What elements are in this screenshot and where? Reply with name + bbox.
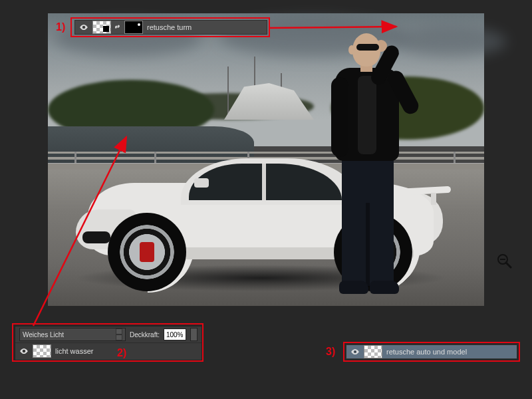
- subject-person: [319, 33, 406, 299]
- svg-line-8: [506, 263, 511, 267]
- zoom-out-icon[interactable]: [496, 253, 512, 269]
- annotation-number-1: 1): [56, 21, 65, 33]
- canvas-preview: [48, 13, 484, 306]
- annotation-number-2: 2): [117, 347, 126, 359]
- annotation-number-3: 3): [326, 346, 335, 358]
- annotation-box-1: [70, 17, 270, 37]
- annotation-box-3: [343, 342, 520, 362]
- annotation-box-2: [12, 323, 203, 362]
